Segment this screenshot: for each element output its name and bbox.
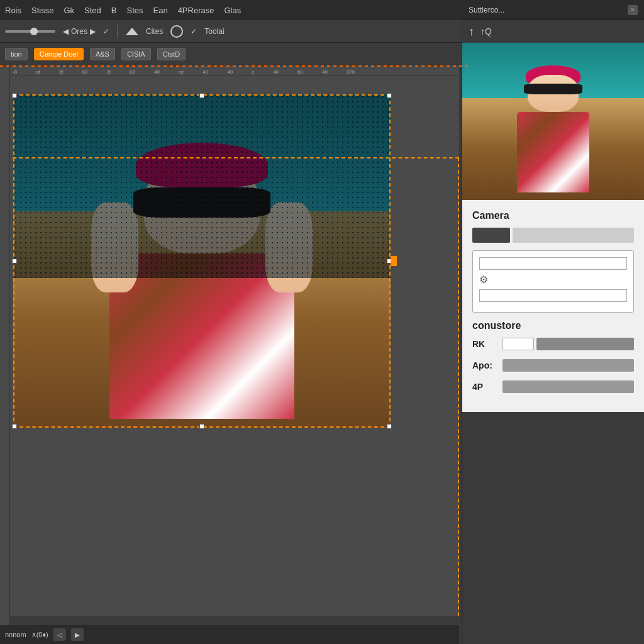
camera-settings-box: ⚙: [472, 250, 634, 313]
toolbar-arrows[interactable]: ◀ Ores ▶: [63, 27, 96, 36]
camera-color-light[interactable]: [513, 228, 634, 243]
apo-slider[interactable]: [502, 359, 634, 372]
camera-settings-icon[interactable]: ⚙: [479, 274, 488, 286]
menu-sted[interactable]: Sted: [84, 6, 101, 15]
ruler-mark-10: c: [252, 70, 254, 75]
thumbnail-nav-bar: ↑ ↑Q: [462, 20, 644, 43]
thumb-nav-up-icon[interactable]: ↑: [469, 25, 474, 38]
right-panel: Suttlerco... × ↑ ↑Q: [462, 0, 644, 644]
rk-slider-container: [502, 338, 634, 350]
ruler-orange-line: [0, 65, 468, 67]
rk-row: RK: [472, 338, 634, 350]
rk-label: RK: [472, 339, 497, 349]
status-btn-next[interactable]: ▶: [71, 628, 84, 641]
thumb-sunglasses: [524, 84, 582, 94]
status-zoom: ∧(0♦): [31, 631, 48, 639]
status-text: nnnom: [5, 631, 26, 638]
thumb-shirt: [517, 112, 590, 192]
ruler-mark-3: 60: [82, 70, 87, 75]
ruler-mark-12: 60: [297, 70, 303, 75]
canvas-area[interactable]: [10, 75, 459, 616]
toolbar-check2[interactable]: ✓: [191, 27, 197, 36]
menu-stisse[interactable]: Stisse: [31, 6, 53, 15]
fp-label: 4P: [472, 382, 497, 392]
menu-gk[interactable]: Gk: [64, 6, 74, 15]
ruler-mark-0: -6: [13, 70, 17, 75]
thumbnail-area[interactable]: [462, 43, 644, 200]
menu-4prerase[interactable]: 4PRerase: [178, 6, 214, 15]
panel-close-button[interactable]: ×: [628, 5, 638, 15]
rk-slider-dark[interactable]: [536, 338, 634, 350]
camera-section-title: Camera: [472, 210, 634, 221]
toolbar2-btn-cempe[interactable]: Cempe Doel: [34, 48, 84, 60]
ruler-horizontal: -6 at 2t 60 2t 08 40 ce 40 40 c 40 60 40…: [0, 65, 459, 75]
status-btn-prev[interactable]: ◁: [53, 628, 66, 641]
toolbar-arrow-right: ▶: [90, 27, 96, 36]
ruler-mark-7: ce: [179, 70, 184, 75]
camera-input-row1: [479, 257, 627, 270]
conustore-section-title: conustore: [472, 320, 634, 331]
thumbnail-image: [462, 43, 644, 200]
toolbar-cites-label: Cites: [146, 27, 163, 36]
menu-stes[interactable]: Stes: [126, 6, 143, 15]
toolbar-slider[interactable]: [5, 30, 55, 33]
thumb-nav-upq-icon[interactable]: ↑Q: [480, 26, 492, 36]
toolbar-circle-icon[interactable]: [170, 25, 183, 38]
camera-input-1[interactable]: [479, 257, 627, 270]
ruler-mark-11: 40: [273, 70, 279, 75]
toolbar2-btn-as[interactable]: A&S: [90, 48, 115, 60]
panel-title: Suttlerco...: [469, 6, 623, 14]
camera-input-row2: ⚙: [479, 274, 627, 286]
ruler-marks: -6 at 2t 60 2t 08 40 ce 40 40 c 40 60 40…: [0, 65, 374, 75]
toolbar-slider-thumb[interactable]: [30, 28, 38, 35]
ruler-mark-8: 40: [203, 70, 208, 75]
toolbar-slider-group[interactable]: [5, 30, 55, 33]
apo-row: Apo:: [472, 359, 634, 372]
properties-panel: Camera ⚙ conustore RK: [462, 200, 644, 412]
ruler-mark-14: 370: [347, 70, 355, 75]
fp-slider[interactable]: [502, 380, 634, 393]
apo-slider-container: [502, 359, 634, 372]
halftone-overlay: [13, 94, 391, 278]
ruler-vertical: [0, 65, 10, 625]
menu-glas[interactable]: Glas: [224, 6, 241, 15]
toolbar-toolai-label: Toolai: [204, 27, 224, 36]
ruler-mark-9: 40: [227, 70, 233, 75]
handle-side-right[interactable]: [391, 256, 397, 266]
ruler-mark-1: at: [36, 70, 40, 75]
panel-header: Suttlerco... ×: [462, 0, 644, 20]
toolbar-ores-label: Ores: [71, 27, 87, 36]
statusbar: nnnom ∧(0♦) ◁ ▶: [0, 625, 459, 644]
toolbar-divider: [117, 25, 118, 38]
ruler-mark-5: 08: [130, 70, 135, 75]
menu-rois[interactable]: Rois: [5, 6, 21, 15]
fp-slider-container: [502, 380, 634, 393]
toolbar-diamond-icon[interactable]: [126, 28, 138, 35]
camera-input-row3: [479, 289, 627, 302]
ruler-mark-6: 40: [154, 70, 160, 75]
menu-ean[interactable]: Ean: [153, 6, 167, 15]
camera-color-dark[interactable]: [472, 228, 510, 243]
toolbar2-btn-tion[interactable]: tion: [5, 48, 28, 60]
rk-slider-white[interactable]: [502, 338, 534, 350]
toolbar2-btn-cisia[interactable]: CISIA: [121, 48, 151, 60]
image-container[interactable]: [13, 94, 391, 428]
camera-color-row: [472, 228, 634, 243]
ruler-mark-13: 40: [322, 70, 328, 75]
apo-label: Apo:: [472, 360, 497, 370]
ruler-mark-2: 2t: [59, 70, 64, 75]
toolbar-arrow-left[interactable]: ◀: [63, 27, 69, 36]
camera-input-2[interactable]: [479, 289, 627, 302]
menu-b[interactable]: B: [111, 6, 117, 15]
toolbar2-btn-ctstd[interactable]: CtstD: [157, 48, 186, 60]
thumb-person: [508, 58, 599, 192]
ruler-mark-4: 2t: [106, 70, 111, 75]
toolbar-check[interactable]: ✓: [103, 27, 109, 36]
fp-row: 4P: [472, 380, 634, 393]
